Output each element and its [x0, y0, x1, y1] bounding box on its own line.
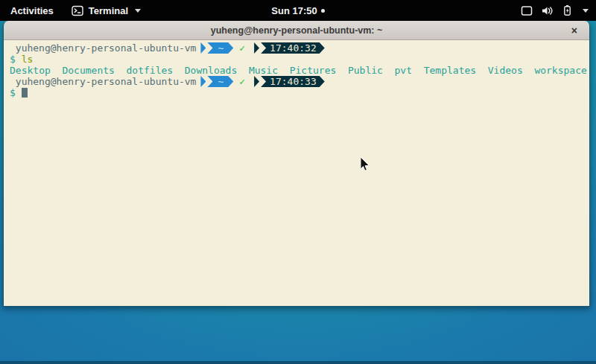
directory-entry: Downloads — [185, 65, 237, 76]
powerline-path-segment: ~ — [200, 76, 233, 87]
powerline-chevron-icon — [200, 76, 206, 87]
chevron-down-icon — [583, 9, 589, 13]
powerline-time-segment: 17:40:32 — [254, 42, 325, 54]
notification-dot-icon — [321, 9, 325, 13]
activities-button[interactable]: Activities — [0, 0, 64, 21]
prompt-user: yuheng@henry-personal-ubuntu-vm — [16, 76, 197, 87]
directory-entry: Public — [348, 65, 383, 76]
command-line: $ ls — [10, 54, 589, 65]
screen-icon — [521, 5, 533, 16]
status-check-icon: ✓ — [239, 76, 245, 87]
powerline-chevron-icon — [200, 42, 206, 54]
prompt-path: ~ — [207, 76, 233, 87]
powerline-chevron-icon — [254, 76, 259, 87]
terminal-window: yuheng@henry-personal-ubuntu-vm: ~ × yuh… — [3, 21, 590, 307]
prompt-user: yuheng@henry-personal-ubuntu-vm — [16, 42, 197, 54]
terminal-app-icon — [72, 5, 83, 16]
clock-label: Sun 17:50 — [271, 5, 317, 16]
window-title: yuheng@henry-personal-ubuntu-vm: ~ — [211, 25, 383, 36]
directory-entry: Templates — [424, 65, 476, 76]
system-status-area[interactable] — [521, 0, 596, 21]
top-bar: Activities Terminal Sun 17:50 — [0, 0, 596, 21]
directory-entry: Music — [249, 65, 278, 76]
directory-entry: workspace — [534, 65, 586, 76]
chevron-down-icon — [135, 9, 141, 13]
prompt-time: 17:40:32 — [261, 42, 325, 54]
terminal-content[interactable]: yuheng@henry-personal-ubuntu-vm ~ ✓ 17:4… — [4, 40, 589, 306]
app-menu-label: Terminal — [89, 5, 128, 16]
prompt-symbol: $ — [10, 54, 16, 65]
app-menu-button[interactable]: Terminal — [64, 0, 148, 21]
status-check-icon: ✓ — [239, 42, 245, 54]
powerline-path-segment: ~ — [200, 42, 233, 54]
directory-entry: dotfiles — [127, 65, 174, 76]
directory-entry: pvt — [395, 65, 412, 76]
ls-output-line: Desktop Documents dotfiles Downloads Mus… — [10, 65, 589, 76]
prompt-path: ~ — [207, 42, 233, 54]
powerline-time-segment: 17:40:33 — [254, 76, 325, 87]
desktop: Activities Terminal Sun 17:50 — [0, 0, 596, 364]
directory-entry: Pictures — [290, 65, 337, 76]
volume-icon — [541, 5, 554, 16]
window-titlebar[interactable]: yuheng@henry-personal-ubuntu-vm: ~ × — [4, 21, 589, 40]
prompt-line: yuheng@henry-personal-ubuntu-vm ~ ✓ 17:4… — [10, 42, 589, 54]
prompt-line: yuheng@henry-personal-ubuntu-vm ~ ✓ 17:4… — [10, 76, 589, 87]
prompt-symbol: $ — [10, 87, 16, 98]
terminal-cursor — [22, 88, 28, 98]
powerline-chevron-icon — [254, 42, 259, 54]
prompt-time: 17:40:33 — [261, 76, 325, 87]
directory-entry: Videos — [488, 65, 523, 76]
input-line[interactable]: $ — [10, 87, 589, 98]
directory-entry: Documents — [62, 65, 114, 76]
command-text: ls — [22, 54, 34, 65]
directory-entry: Desktop — [10, 65, 51, 76]
battery-charging-icon — [562, 4, 573, 16]
close-icon[interactable]: × — [571, 21, 577, 40]
